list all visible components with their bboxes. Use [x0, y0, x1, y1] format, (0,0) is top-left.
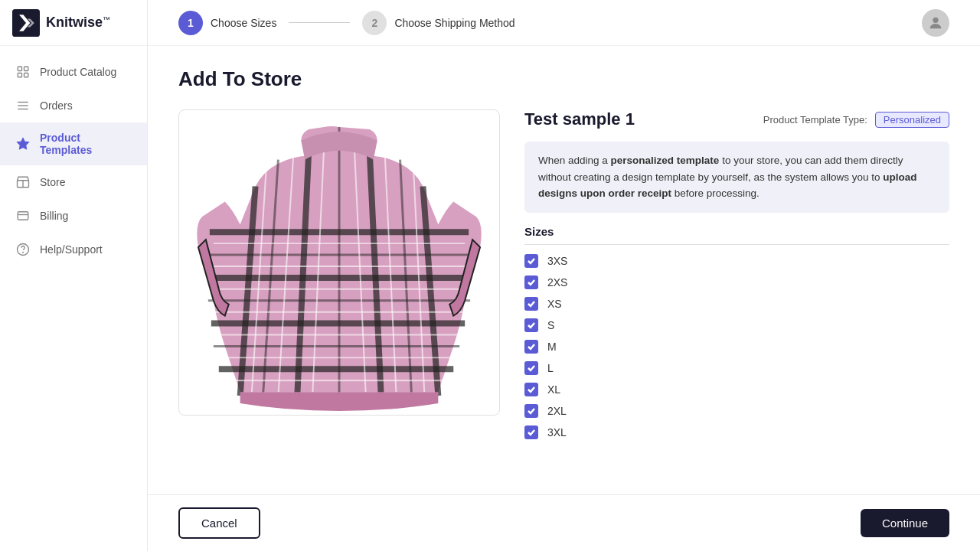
size-label-3xl: 3XL	[547, 426, 567, 439]
step-2-label: Choose Shipping Method	[394, 17, 514, 29]
billing-icon	[15, 208, 31, 223]
size-item-2xl[interactable]: 2XL	[524, 404, 949, 418]
size-label-xs: XS	[547, 298, 562, 310]
checkbox-2xl[interactable]	[524, 404, 538, 418]
size-label-2xl: 2XL	[547, 405, 567, 417]
product-name: Test sample 1	[524, 109, 635, 129]
svg-point-15	[23, 252, 24, 253]
checkbox-xs[interactable]	[524, 297, 538, 311]
step-1-circle: 1	[178, 11, 203, 35]
sidebar-item-billing[interactable]: Billing	[0, 199, 147, 233]
product-image-card	[178, 109, 500, 416]
grid-icon	[15, 64, 31, 80]
main-area: 1 Choose Sizes 2 Choose Shipping Method …	[148, 0, 980, 551]
checkbox-s[interactable]	[524, 318, 538, 332]
sidebar-label-help: Help/Support	[40, 243, 103, 256]
size-label-l: L	[547, 362, 554, 374]
product-image	[179, 110, 499, 415]
sizes-title: Sizes	[524, 225, 949, 245]
sidebar-label-orders: Orders	[40, 99, 73, 112]
svg-point-16	[933, 17, 938, 22]
info-bold-1: personalized template	[611, 155, 720, 166]
size-label-2xs: 2XS	[547, 276, 567, 289]
right-panel: Test sample 1 Product Template Type: Per…	[524, 109, 949, 479]
size-label-3xs: 3XS	[547, 255, 567, 267]
topbar: 1 Choose Sizes 2 Choose Shipping Method	[148, 0, 980, 46]
step-2-circle: 2	[362, 11, 387, 35]
size-item-2xs[interactable]: 2XS	[524, 276, 949, 289]
info-bold-2: upload designs upon order receipt	[538, 171, 916, 200]
sidebar-label-store: Store	[40, 176, 65, 188]
checkbox-xl[interactable]	[524, 383, 538, 396]
size-item-m[interactable]: M	[524, 340, 949, 354]
size-item-3xs[interactable]: 3XS	[524, 254, 949, 268]
sidebar-label-product-catalog: Product Catalog	[40, 66, 116, 78]
cancel-button[interactable]: Cancel	[178, 507, 260, 539]
step-2: 2 Choose Shipping Method	[362, 11, 514, 35]
svg-rect-3	[18, 67, 21, 70]
page-title: Add To Store	[178, 67, 949, 91]
sidebar-item-product-catalog[interactable]: Product Catalog	[0, 55, 147, 89]
svg-rect-5	[18, 73, 21, 77]
continue-button[interactable]: Continue	[861, 509, 949, 537]
size-item-l[interactable]: L	[524, 361, 949, 375]
svg-rect-4	[24, 67, 28, 70]
sizes-section: Sizes 3XS 2XS XS S	[524, 225, 949, 439]
size-label-xl: XL	[547, 383, 560, 396]
product-header: Test sample 1 Product Template Type: Per…	[524, 109, 949, 129]
size-item-3xl[interactable]: 3XL	[524, 425, 949, 439]
store-icon	[15, 174, 31, 190]
stepper: 1 Choose Sizes 2 Choose Shipping Method	[178, 11, 515, 35]
footer: Cancel Continue	[148, 494, 980, 551]
size-item-s[interactable]: S	[524, 318, 949, 332]
sidebar-label-product-templates: Product Templates	[40, 132, 132, 156]
checkbox-3xs[interactable]	[524, 254, 538, 268]
sidebar: Knitwise™ Product Catalog Orders Product…	[0, 0, 148, 551]
step-1-label: Choose Sizes	[211, 17, 276, 29]
size-label-s: S	[547, 319, 554, 331]
content-layout: Test sample 1 Product Template Type: Per…	[178, 109, 949, 479]
step-divider	[289, 22, 350, 23]
list-icon	[15, 98, 31, 113]
page-body: Add To Store	[148, 46, 980, 494]
help-icon	[15, 242, 31, 257]
svg-rect-12	[18, 212, 28, 220]
template-badge: Personalized	[875, 112, 949, 128]
checkbox-m[interactable]	[524, 340, 538, 354]
checkbox-2xs[interactable]	[524, 276, 538, 289]
topbar-right	[922, 9, 949, 37]
step-1: 1 Choose Sizes	[178, 11, 276, 35]
sizes-list: 3XS 2XS XS S M L	[524, 254, 949, 439]
svg-rect-6	[24, 73, 28, 77]
checkbox-l[interactable]	[524, 361, 538, 375]
knitwise-logo-icon	[12, 9, 40, 37]
sidebar-nav: Product Catalog Orders Product Templates…	[0, 46, 147, 551]
size-item-xs[interactable]: XS	[524, 297, 949, 311]
logo-text: Knitwise™	[46, 15, 110, 31]
user-avatar[interactable]	[922, 9, 949, 37]
template-type-row: Product Template Type: Personalized	[763, 112, 949, 128]
info-box: When adding a personalized template to y…	[524, 142, 949, 213]
logo: Knitwise™	[0, 0, 147, 46]
template-type-label: Product Template Type:	[763, 114, 867, 126]
sidebar-item-help[interactable]: Help/Support	[0, 233, 147, 266]
sidebar-item-orders[interactable]: Orders	[0, 89, 147, 122]
sidebar-label-billing: Billing	[40, 210, 68, 222]
sidebar-item-store[interactable]: Store	[0, 165, 147, 199]
size-label-m: M	[547, 341, 557, 353]
size-item-xl[interactable]: XL	[524, 383, 949, 396]
star-icon	[15, 136, 31, 152]
checkbox-3xl[interactable]	[524, 425, 538, 439]
sidebar-item-product-templates[interactable]: Product Templates	[0, 122, 147, 165]
